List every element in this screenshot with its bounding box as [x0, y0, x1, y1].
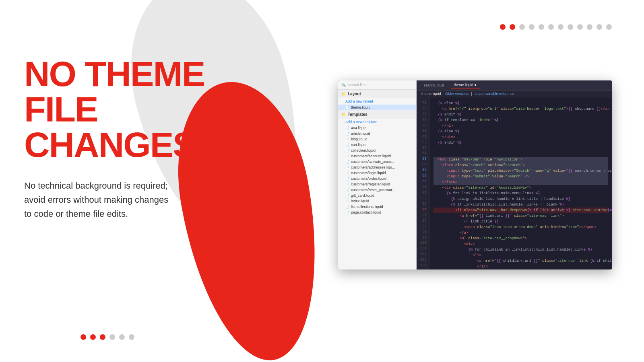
code-line-90: <div class="site-nav" id="AccessibleNav"… [433, 185, 608, 191]
sidebar-file-blog[interactable]: 📄blog.liquid [338, 136, 416, 142]
add-layout-link[interactable]: Add a new layout [338, 98, 416, 105]
tab-search-liquid[interactable]: search.liquid [421, 82, 448, 88]
fi9: 📄 [345, 171, 349, 175]
sidebar-file-customers-order[interactable]: 📄customers/order.liquid [338, 176, 416, 181]
folder-icon: 📁 [341, 92, 346, 96]
fi4: 📄 [345, 143, 349, 147]
sidebar-file-page-contact[interactable]: 📄page.contact.liquid [338, 210, 416, 215]
dot-9 [577, 24, 583, 30]
dot-11 [597, 24, 602, 30]
sidebar-file-customers-login[interactable]: 📄customers/login.liquid [338, 170, 416, 176]
hero-title-line1: NO THEME [24, 56, 225, 92]
sidebar-file-index[interactable]: 📄index.liquid [338, 198, 416, 204]
dot-8 [568, 24, 573, 30]
code-line-99: <ul class="site-nav__dropdown"> [433, 236, 608, 241]
sidebar-file-theme-liquid[interactable]: 📄 theme.liquid [338, 105, 416, 110]
code-line-91: {% for link in linklists.main-menu.links… [433, 191, 608, 196]
code-line-77: {% endif %} [433, 112, 608, 117]
fi2: 📄 [345, 132, 349, 136]
fi5: 📄 [345, 149, 349, 152]
breadcrumb-liquid-reference[interactable]: Liquid variable reference [475, 92, 514, 96]
hero-desc-3: to code or theme file edits. [24, 207, 225, 221]
sidebar-file-customers-activate[interactable]: 📄customers/activate_acco... [338, 159, 416, 165]
sidebar-file-customers-register[interactable]: 📄customers/register.liquid [338, 181, 416, 187]
search-icon: 🔍 [341, 83, 346, 87]
bdot-3 [100, 334, 105, 340]
code-line-97: <span class="icon icon-arrow-down" aria-… [433, 224, 608, 230]
code-line-84 [433, 151, 608, 157]
layout-section-header: 📁 Layout [338, 90, 416, 98]
sidebar-file-404[interactable]: 📄404.liquid [338, 125, 416, 131]
code-line-86: <form class="search" action="/search"> [433, 162, 608, 168]
fi1: 📄 [345, 126, 349, 130]
code-content: {% else %} <a href="/" itemprop="url" cl… [429, 97, 612, 269]
dot-2 [510, 24, 515, 30]
editor-container: 🔍 Search files... 📁 Layout Add a new lay… [338, 80, 612, 269]
code-line-92: {% assign child_list_handle = link.title… [433, 196, 608, 202]
editor-breadcrumb: theme.liquid Older versions | Liquid var… [417, 90, 612, 97]
code-line-104: </li> [433, 264, 608, 269]
fi13: 📄 [345, 194, 349, 197]
code-line-94: <li class="site-nav--has-dropdown{% if l… [433, 208, 608, 213]
breadcrumb-filename: theme.liquid [421, 92, 441, 96]
code-line-102: <li> [433, 253, 608, 258]
sidebar-file-collection[interactable]: 📄collection.liquid [338, 148, 416, 153]
line-numbers: 75 76 77 78 79 80 81 82 83 84 85 86 87 8… [417, 97, 429, 269]
dot-7 [558, 24, 564, 30]
code-line-88: <input type="submit" value="Search" /> [433, 174, 608, 179]
bdot-1 [80, 334, 86, 340]
code-line-81: </div> [433, 134, 608, 140]
breadcrumb-older-versions[interactable]: Older versions [445, 92, 469, 96]
sidebar-file-customers-account[interactable]: 📄customers/account.liquid [338, 153, 416, 159]
fi14: 📄 [345, 200, 349, 203]
hero-content: NO THEME FILE CHANGES No technical backg… [24, 56, 225, 221]
sidebar-file-list-collections[interactable]: 📄list-collections.liquid [338, 204, 416, 210]
code-line-83 [433, 146, 608, 151]
sidebar-file-gift-card[interactable]: 📄gift_card.liquid [338, 193, 416, 198]
code-line-93: {% if linklists[child_list_handle].links… [433, 202, 608, 208]
code-line-80: {% else %} [433, 129, 608, 134]
bdot-6 [129, 334, 134, 340]
code-line-87: <input type="text" placeholder="Search" … [433, 168, 608, 174]
fi7: 📄 [345, 160, 349, 164]
hero-title-line2: FILE CHANGES [24, 92, 225, 162]
add-template-link[interactable]: Add a new template [338, 119, 416, 125]
bdot-4 [109, 334, 115, 340]
editor-sidebar: 🔍 Search files... 📁 Layout Add a new lay… [338, 80, 417, 269]
dot-10 [587, 24, 592, 30]
dot-1 [500, 24, 506, 30]
tab-theme-liquid[interactable]: theme.liquid ● [451, 82, 480, 88]
code-line-85: <nav class="nav-bar" role="navigation"> [433, 157, 608, 162]
dot-5 [539, 24, 544, 30]
sidebar-section-layout: 📁 Layout Add a new layout 📄 theme.liquid [338, 90, 416, 110]
sidebar-file-customers-addresses[interactable]: 📄customers/addresses.liqu... [338, 165, 416, 170]
file-name-theme: theme.liquid [351, 105, 371, 109]
layout-section-label: Layout [348, 92, 361, 96]
bdot-2 [90, 334, 96, 340]
code-line-101: {% for childlink in linklists[child_list… [433, 247, 608, 253]
editor-main: search.liquid theme.liquid ● theme.liqui… [417, 80, 612, 269]
hero-title: NO THEME FILE CHANGES [24, 56, 225, 162]
fi6: 📄 [345, 154, 349, 158]
fi3: 📄 [345, 138, 349, 141]
code-line-103: <a href="{{ childlink.url }}" class="sit… [433, 258, 608, 264]
dot-12 [606, 24, 612, 30]
code-line-82: {% endif %} [433, 140, 608, 146]
file-icon: 📄 [345, 106, 349, 109]
sidebar-file-article[interactable]: 📄article.liquid [338, 131, 416, 136]
fi12: 📄 [345, 188, 349, 192]
sidebar-section-templates: 📁 Templates Add a new template 📄404.liqu… [338, 110, 416, 215]
search-placeholder: Search files... [347, 83, 369, 87]
sidebar-file-cart[interactable]: 📄cart.liquid [338, 142, 416, 148]
sidebar-search[interactable]: 🔍 Search files... [338, 80, 416, 90]
fi15: 📄 [345, 205, 349, 209]
hero-desc-1: No technical background is required; [24, 179, 225, 193]
sidebar-file-customers-reset[interactable]: 📄customers/reset_passwor... [338, 187, 416, 193]
dot-3 [519, 24, 525, 30]
fi16: 📄 [345, 211, 349, 214]
folder-icon-2: 📁 [341, 113, 346, 117]
code-line-78: {% if template == 'index' %} [433, 117, 608, 123]
code-line-79: </h1> [433, 123, 608, 129]
dots-top-right [500, 24, 612, 30]
templates-section-header: 📁 Templates [338, 110, 416, 119]
